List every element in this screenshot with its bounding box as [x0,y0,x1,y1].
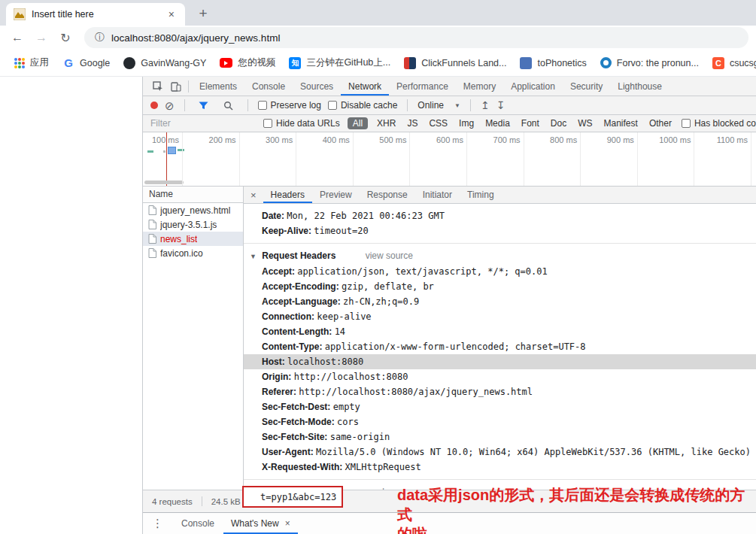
network-overview-timeline[interactable]: 100 ms200 ms300 ms400 ms500 ms600 ms700 … [143,132,756,187]
header-line: Sec-Fetch-Mode: cors [244,414,756,429]
devtools-tab-lighthouse[interactable]: Lighthouse [610,77,669,96]
filter-type-xhr[interactable]: XHR [375,117,398,129]
filter-type-font[interactable]: Font [519,117,542,129]
request-row[interactable]: news_list [143,232,243,246]
bookmark-clickfunnels[interactable]: ClickFunnels Land... [397,53,513,73]
navigation-bar: ← → ↻ ⓘ localhost:8080/ajax/jquery_news.… [0,26,756,50]
devtools-tab-network[interactable]: Network [341,77,389,96]
header-name: Keep-Alive: [262,226,314,236]
filter-type-media[interactable]: Media [483,117,512,129]
devtools-tab-performance[interactable]: Performance [389,77,456,96]
inspect-element-icon[interactable] [149,78,167,95]
filter-type-other[interactable]: Other [647,117,674,129]
drawer-tab-console[interactable]: Console [172,513,223,534]
bookmark-apps-grid[interactable]: 应用 [8,53,56,73]
bookmark-tophonetics[interactable]: toPhonetics [513,53,593,73]
preserve-log-checkbox[interactable]: Preserve log [258,100,321,111]
triangle-down-icon[interactable]: ▼ [250,253,257,260]
youtube-icon [220,58,232,68]
devtools-tab-application[interactable]: Application [503,77,563,96]
bookmark-github[interactable]: GavinWang-GY [117,53,213,73]
filter-funnel-icon[interactable] [195,97,213,114]
filter-type-doc[interactable]: Doc [548,117,569,129]
request-row[interactable]: favicon.ico [143,246,243,260]
detail-tab-response[interactable]: Response [360,187,415,203]
back-icon[interactable]: ← [8,28,27,47]
header-name: Accept-Encoding: [262,281,342,292]
filter-type-css[interactable]: CSS [427,117,450,129]
chevron-down-icon: ▼ [454,102,460,109]
request-name: favicon.ico [160,248,203,259]
has-blocked-cookies-checkbox[interactable]: Has blocked cookies [682,118,756,129]
bookmark-forvo[interactable]: Forvo: the pronun... [594,53,706,73]
hide-data-urls-checkbox[interactable]: Hide data URLs [263,118,340,129]
checkbox-icon[interactable] [258,101,267,110]
header-name: Sec-Fetch-Site: [262,432,330,442]
devtools-tab-security[interactable]: Security [563,77,610,96]
filter-type-img[interactable]: Img [457,117,476,129]
close-icon[interactable]: × [244,190,263,201]
request-name: jquery-3.5.1.js [160,220,217,230]
request-row[interactable]: jquery_news.html [143,203,243,217]
new-tab-button[interactable]: + [193,3,214,24]
request-name: news_list [160,234,197,244]
drawer-tab-whats-new[interactable]: What's New × [223,513,298,534]
forward-icon[interactable]: → [32,28,51,47]
file-icon [148,234,156,244]
view-source-link[interactable]: view source [366,250,413,261]
checkbox-icon[interactable] [328,101,337,110]
bookmark-google[interactable]: GGoogle [56,53,117,73]
detail-tab-timing[interactable]: Timing [460,187,502,203]
header-name: Sec-Fetch-Mode: [262,417,337,427]
filter-input[interactable] [150,118,256,129]
disable-cache-checkbox[interactable]: Disable cache [328,100,397,111]
detail-tab-preview[interactable]: Preview [312,187,360,203]
request-row[interactable]: jquery-3.5.1.js [143,217,243,232]
name-column-header[interactable]: Name [143,187,243,203]
close-icon[interactable]: × [285,518,290,529]
bookmark-youtube[interactable]: 您的视频 [213,53,282,73]
waterfall-bar [178,149,184,151]
filter-type-manifest[interactable]: Manifest [602,117,640,129]
header-line: Content-Length: 14 [244,324,756,339]
browser-tab[interactable]: Insert title here × [6,3,185,26]
filter-type-ws[interactable]: WS [575,117,594,129]
header-value: application/json, text/javascript, */*; … [297,266,547,277]
record-icon[interactable] [150,102,158,109]
drawer-menu-icon[interactable]: ⋮ [143,517,172,530]
detail-tab-headers[interactable]: Headers [263,187,312,203]
dot [22,58,25,61]
header-name: Origin: [262,372,294,382]
timeline-scrollbar[interactable] [144,181,184,184]
clear-icon[interactable]: ⊘ [165,100,175,111]
detail-tab-initiator[interactable]: Initiator [415,187,460,203]
header-name: Content-Length: [262,326,335,337]
filter-type-all[interactable]: All [348,117,368,129]
device-toolbar-icon[interactable] [167,78,185,95]
checkbox-icon[interactable] [263,119,272,128]
export-har-icon[interactable]: ↧ [496,99,506,111]
form-data-value: t=pyp1&abc=123 [260,492,336,502]
site-info-icon[interactable]: ⓘ [95,31,105,44]
reload-icon[interactable]: ↻ [56,28,75,47]
tab-close-icon[interactable]: × [165,8,178,20]
header-line: Content-Type: application/x-www-form-url… [244,339,756,354]
header-line: Date: Mon, 22 Feb 2021 00:46:23 GMT [244,208,756,223]
filter-type-js[interactable]: JS [405,117,420,129]
waterfall-bar [163,150,165,153]
bookmark-zhihu[interactable]: 知三分钟在GitHub上... [282,53,397,73]
devtools-tab-elements[interactable]: Elements [192,77,244,96]
bookmark-csdn[interactable]: Ccsucsg [706,53,756,73]
header-line: Sec-Fetch-Dest: empty [244,399,756,414]
throttling-dropdown[interactable]: Online▼ [417,100,460,111]
devtools-tab-memory[interactable]: Memory [456,77,503,96]
header-line: Accept: application/json, text/javascrip… [244,264,756,279]
import-har-icon[interactable]: ↥ [481,99,490,111]
checkbox-icon[interactable] [682,119,691,128]
timeline-tick-label: 1100 ms [695,135,748,144]
devtools-tab-console[interactable]: Console [244,77,293,96]
general-headers: Date: Mon, 22 Feb 2021 00:46:23 GMTKeep-… [244,208,756,238]
url-bar[interactable]: ⓘ localhost:8080/ajax/jquery_news.html [84,27,748,48]
devtools-tab-sources[interactable]: Sources [293,77,341,96]
search-icon[interactable] [220,97,238,114]
